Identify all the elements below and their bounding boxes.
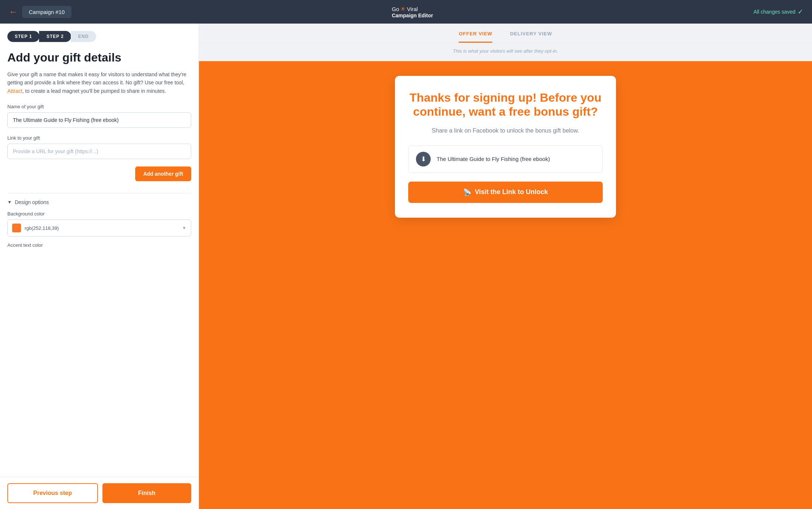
preview-subtext: Share a link on Facebook to unlock the b… [408,126,603,135]
step-1[interactable]: STEP 1 [7,31,39,42]
desc-part1: Give your gift a name that makes it easy… [7,71,186,85]
design-options-label: Design options [15,199,49,205]
editor-title: Campaign Editor [392,13,433,18]
save-status: All changes saved ✓ [753,8,803,16]
gift-download-icon: ⬇ [416,152,431,166]
campaign-name: Campaign #10 [22,6,71,18]
accent-text-label: Accent text color [7,242,191,248]
bg-color-select[interactable]: rgb(252,118,39) ▼ [7,220,191,236]
step-end[interactable]: END [71,31,96,42]
unlock-button[interactable]: 📡 Visit the Link to Unlock [408,182,603,203]
step-1-label: STEP 1 [15,34,32,39]
step-end-label: END [78,34,88,39]
back-button[interactable]: ← [9,7,18,17]
select-arrow-icon: ▼ [182,225,186,231]
tab-offer-view[interactable]: OFFER VIEW [459,31,492,43]
gift-link-label: Link to your gift [7,135,191,141]
unlock-icon: 📡 [463,188,471,196]
toggle-arrow-icon: ▼ [7,200,12,205]
step-2-label: STEP 2 [46,34,64,39]
gift-name-input[interactable] [7,112,191,128]
add-gift-wrap: Add another gift [7,166,191,190]
topnav: ← Campaign #10 Go ✳ Viral Campaign Edito… [0,0,812,24]
topnav-center: Go ✳ Viral Campaign Editor [392,6,433,18]
left-panel: STEP 1 STEP 2 END Add your gift details … [0,24,199,509]
back-icon: ← [9,7,18,17]
previous-step-button[interactable]: Previous step [7,483,98,503]
divider [7,193,191,193]
gift-name-label: Name of your gift [7,104,191,109]
gift-link-input[interactable] [7,144,191,159]
form-content: Add your gift details Give your gift a n… [0,42,199,477]
gift-item-name: The Ultimate Guide to Fly Fishing (free … [437,156,550,162]
steps-bar: STEP 1 STEP 2 END [0,24,199,42]
main-layout: STEP 1 STEP 2 END Add your gift details … [0,24,812,509]
bg-color-label: Background color [7,211,191,217]
attract-link[interactable]: Attract [7,88,22,94]
goviral-logo: Go ✳ Viral [392,6,433,13]
gift-item: ⬇ The Ultimate Guide to Fly Fishing (fre… [408,145,603,173]
preview-headline: Thanks for signing up! Before you contin… [408,91,603,119]
step-2[interactable]: STEP 2 [39,31,71,42]
bottom-bar: Previous step Finish [0,477,199,509]
design-options-toggle[interactable]: ▼ Design options [7,199,191,205]
unlock-label: Visit the Link to Unlock [475,188,548,196]
logo-text-right: Viral [407,6,418,12]
view-tabs: OFFER VIEW DELIVERY VIEW [199,24,812,43]
right-panel: OFFER VIEW DELIVERY VIEW This is what yo… [199,24,812,509]
color-value: rgb(252,118,39) [25,225,178,231]
form-description: Give your gift a name that makes it easy… [7,70,191,95]
view-subtitle: This is what your visitors will see afte… [199,43,812,61]
preview-area: Thanks for signing up! Before you contin… [199,61,812,509]
color-swatch [12,224,21,232]
form-title: Add your gift details [7,51,191,64]
logo-text-left: Go [392,6,399,12]
finish-button[interactable]: Finish [102,483,192,503]
check-icon: ✓ [798,8,803,16]
tab-delivery-view[interactable]: DELIVERY VIEW [510,31,552,43]
logo-star: ✳ [400,6,405,13]
save-status-text: All changes saved [753,9,795,15]
preview-card: Thanks for signing up! Before you contin… [395,76,616,218]
desc-part2: , to create a lead magnet you'll be pump… [22,88,166,94]
add-gift-button[interactable]: Add another gift [135,166,191,181]
